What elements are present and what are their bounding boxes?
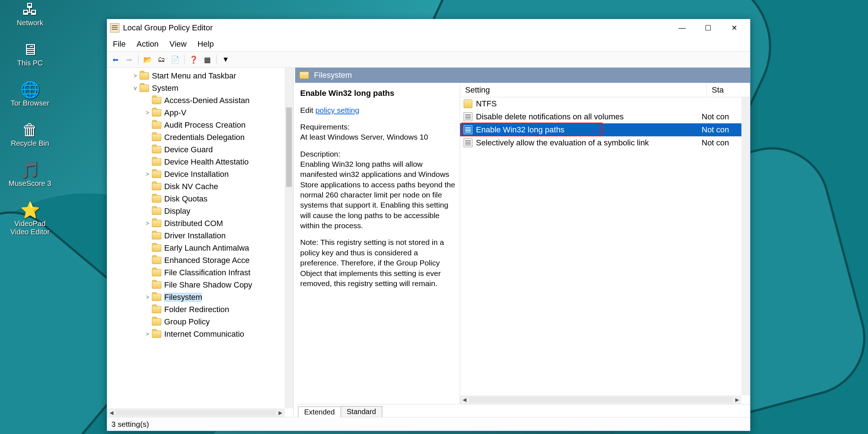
tree-node[interactable]: Group Policy <box>109 316 285 328</box>
tree-node[interactable]: Folder Redirection <box>109 303 285 316</box>
desktop-icon-musescore[interactable]: 🎵MuseScore 3 <box>3 161 57 188</box>
policy-setting-icon <box>464 112 472 121</box>
tree-node[interactable]: File Classification Infrast <box>109 267 285 279</box>
desktop-icon-label: Recycle Bin <box>11 139 49 148</box>
back-icon[interactable]: ⬅ <box>109 54 122 66</box>
tab-extended[interactable]: Extended <box>298 407 341 417</box>
toolbar-separator <box>138 55 139 65</box>
tree-label: Folder Redirection <box>164 305 229 314</box>
list-vscrollbar[interactable] <box>741 97 750 395</box>
list-row[interactable]: Enable Win32 long pathsNot con <box>460 123 741 136</box>
list-hscrollbar[interactable]: ◀▶ <box>460 395 741 404</box>
desktop-icon-this-pc[interactable]: 🖥This PC <box>3 40 57 67</box>
tree-pane: >Start Menu and TaskbarvSystemAccess-Den… <box>107 68 294 417</box>
show-tree-icon[interactable]: 🗂 <box>155 54 167 66</box>
tree-label: Enhanced Storage Acce <box>164 256 250 265</box>
list-row[interactable]: Selectively allow the evaluation of a sy… <box>460 136 741 149</box>
tree-node[interactable]: Device Health Attestatio <box>109 156 285 168</box>
menu-help[interactable]: Help <box>197 39 214 49</box>
tree-label: File Share Shadow Copy <box>164 280 252 290</box>
menu-file[interactable]: File <box>113 39 125 49</box>
tree-label: Early Launch Antimalwa <box>164 243 249 253</box>
tree-node[interactable]: Access-Denied Assistan <box>109 94 285 107</box>
titlebar[interactable]: Local Group Policy Editor — ☐ ✕ <box>107 19 750 37</box>
tree-node[interactable]: Audit Process Creation <box>109 119 285 131</box>
filter-icon[interactable]: ▼ <box>220 54 232 66</box>
tree-node[interactable]: Disk Quotas <box>109 193 285 205</box>
help-icon[interactable]: ❓ <box>187 54 200 66</box>
policy-setting-icon <box>464 139 472 147</box>
tree-node[interactable]: Credentials Delegation <box>109 131 285 144</box>
toolbar-separator <box>184 55 184 65</box>
expand-icon[interactable]: > <box>131 73 140 79</box>
folder-icon <box>152 318 161 326</box>
folder-icon <box>152 269 161 276</box>
tree-hscrollbar[interactable]: ◀▶ <box>107 408 285 417</box>
forward-icon[interactable]: ➡ <box>123 54 135 66</box>
minimize-button[interactable]: — <box>669 20 695 36</box>
window-title: Local Group Policy Editor <box>123 23 213 33</box>
tree-node[interactable]: >Start Menu and Taskbar <box>109 70 285 82</box>
folder-icon <box>152 294 161 301</box>
desktop-icon-videopad[interactable]: ⭐VideoPadVideo Editor <box>3 201 57 236</box>
folder-icon <box>152 146 161 153</box>
tree-vscrollbar[interactable] <box>285 68 293 408</box>
menu-action[interactable]: Action <box>136 39 158 49</box>
expand-icon[interactable]: > <box>143 294 152 301</box>
right-pane: Filesystem Enable Win32 long paths Edit … <box>294 68 750 417</box>
close-button[interactable]: ✕ <box>721 20 747 36</box>
maximize-button[interactable]: ☐ <box>695 20 721 36</box>
tree-node[interactable]: Driver Installation <box>109 230 285 242</box>
tree-label: Group Policy <box>164 317 210 327</box>
menu-view[interactable]: View <box>170 39 187 49</box>
desktop-icon-tor-browser[interactable]: 🌐Tor Browser <box>3 80 57 107</box>
list-row[interactable]: Disable delete notifications on all volu… <box>460 110 741 123</box>
tab-standard[interactable]: Standard <box>341 406 382 417</box>
setting-state: Not con <box>698 112 741 122</box>
setting-name: Enable Win32 long paths <box>476 125 698 135</box>
expand-icon[interactable]: > <box>143 331 152 337</box>
export-list-icon[interactable]: 📄 <box>169 54 181 66</box>
app-icon <box>110 23 119 33</box>
setting-title: Enable Win32 long paths <box>300 88 455 99</box>
description-text: Enabling Win32 long paths will allow man… <box>300 159 455 231</box>
tree-node[interactable]: >App-V <box>109 107 285 119</box>
tree-label: Device Health Attestatio <box>164 157 249 167</box>
tree-node[interactable]: Device Guard <box>109 144 285 156</box>
description-label: Description: <box>300 149 455 159</box>
tree-node[interactable]: vSystem <box>109 82 285 94</box>
col-state[interactable]: Sta <box>707 83 750 97</box>
list-row[interactable]: NTFS <box>460 97 741 110</box>
folder-icon <box>152 306 161 313</box>
tree-node[interactable]: Disk NV Cache <box>109 180 285 193</box>
tree-node[interactable]: >Distributed COM <box>109 217 285 230</box>
expand-icon[interactable]: > <box>143 220 152 227</box>
tree-node[interactable]: Early Launch Antimalwa <box>109 242 285 254</box>
folder-icon <box>152 244 161 252</box>
tree-label: System <box>152 84 178 93</box>
tree-label: Filesystem <box>164 293 202 302</box>
up-folder-icon[interactable]: 📂 <box>141 54 154 66</box>
folder-icon <box>152 171 161 178</box>
tree-node[interactable]: >Filesystem <box>109 291 285 303</box>
tree-node[interactable]: >Internet Communicatio <box>109 328 285 340</box>
col-setting[interactable]: Setting <box>460 83 707 97</box>
folder-icon <box>152 220 161 227</box>
tree-node[interactable]: File Share Shadow Copy <box>109 279 285 291</box>
tree-node[interactable]: Display <box>109 205 285 217</box>
expand-icon[interactable]: v <box>131 85 140 92</box>
properties-icon[interactable]: ▦ <box>201 54 213 66</box>
edit-policy-link[interactable]: policy setting <box>315 106 359 114</box>
setting-name: Disable delete notifications on all volu… <box>476 112 698 122</box>
tree-label: Device Installation <box>164 170 229 179</box>
desktop-icon-recycle-bin[interactable]: 🗑Recycle Bin <box>3 120 57 148</box>
toolbar-separator <box>216 55 217 65</box>
desktop-icon-network[interactable]: 🖧Network <box>3 0 57 27</box>
list-header[interactable]: Setting Sta <box>460 83 750 97</box>
expand-icon[interactable]: > <box>143 171 152 178</box>
tree-node[interactable]: >Device Installation <box>109 168 285 180</box>
category-header: Filesystem <box>295 68 750 83</box>
expand-icon[interactable]: > <box>143 110 152 116</box>
tree-node[interactable]: Enhanced Storage Acce <box>109 254 285 267</box>
folder-icon <box>464 99 472 108</box>
